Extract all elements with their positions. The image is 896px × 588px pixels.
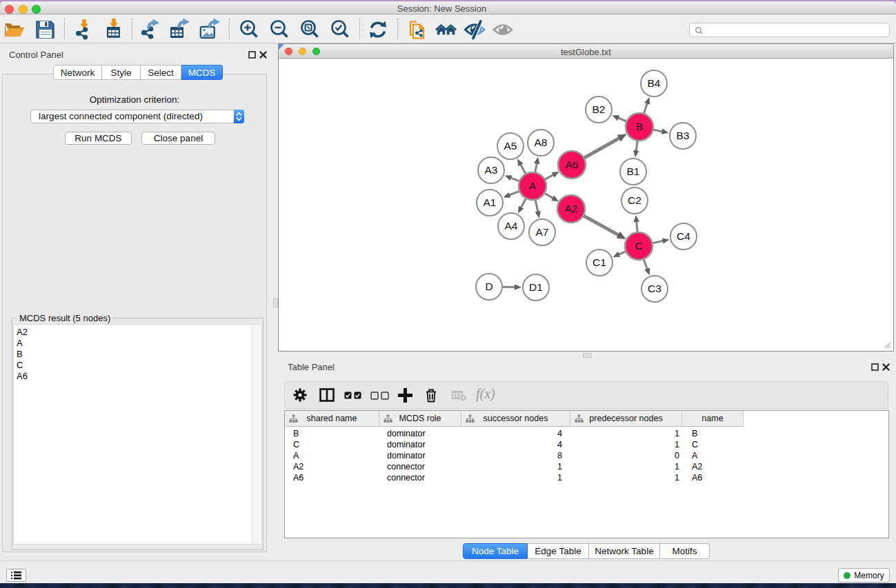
svg-text:D1: D1 [529,281,543,293]
svg-text:C1: C1 [593,256,606,268]
svg-text:C2: C2 [628,194,641,206]
svg-text:A8: A8 [535,136,548,148]
svg-text:A6: A6 [566,159,579,170]
svg-text:D: D [485,281,492,292]
svg-text:A1: A1 [484,196,497,208]
svg-text:A7: A7 [536,226,549,238]
svg-text:C: C [635,240,642,252]
svg-text:B3: B3 [677,130,690,141]
svg-text:B2: B2 [593,103,606,115]
svg-text:A4: A4 [505,220,518,232]
svg-text:B: B [636,121,643,132]
svg-text:A2: A2 [565,203,578,214]
svg-text:C4: C4 [677,230,690,242]
svg-text:B4: B4 [648,77,661,89]
svg-text:A: A [529,180,537,192]
svg-text:B1: B1 [627,165,640,177]
svg-text:A5: A5 [504,140,517,152]
svg-text:A3: A3 [485,164,498,176]
svg-text:C3: C3 [648,283,661,294]
